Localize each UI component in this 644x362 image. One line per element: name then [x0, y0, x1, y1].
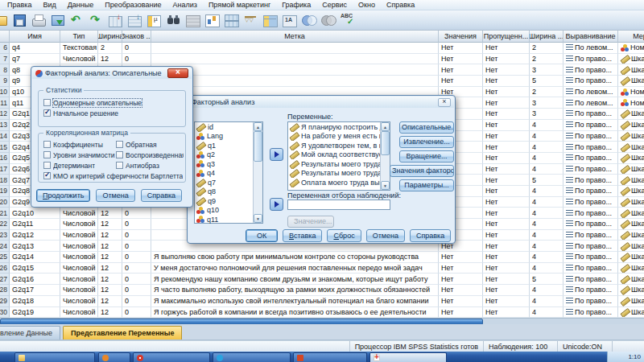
- bottom-button-4[interactable]: Справка: [410, 229, 451, 242]
- cell-missing[interactable]: Нет: [483, 175, 530, 186]
- list-item[interactable]: Оплата моего труда выш...: [288, 178, 390, 187]
- checkbox-option[interactable]: Антиобраз: [116, 160, 184, 171]
- cell-missing[interactable]: Нет: [483, 120, 530, 131]
- split-file-icon[interactable]: [223, 12, 240, 28]
- cell-alignment[interactable]: По право...: [564, 131, 618, 142]
- cell-columns[interactable]: 4: [530, 164, 564, 175]
- cell-alignment[interactable]: По право...: [564, 54, 618, 65]
- all-variables-icon[interactable]: [320, 12, 336, 28]
- cell-alignment[interactable]: По левом...: [564, 87, 618, 98]
- cell-missing[interactable]: Нет: [483, 131, 530, 142]
- cell-measure[interactable]: Шкала: [618, 131, 644, 142]
- cell-alignment[interactable]: По право...: [564, 208, 618, 219]
- cell-type[interactable]: Числовой: [60, 307, 98, 319]
- cell-missing[interactable]: Нет: [483, 307, 530, 319]
- cell-alignment[interactable]: По право...: [564, 120, 618, 131]
- cell-width[interactable]: 12: [98, 54, 122, 65]
- cell-alignment[interactable]: По левом...: [564, 43, 618, 54]
- cell-measure[interactable]: Шкала: [618, 186, 644, 197]
- cell-columns[interactable]: 4: [530, 241, 564, 252]
- bottom-button-2[interactable]: Сброс: [327, 229, 361, 242]
- cell-values[interactable]: Нет: [439, 296, 483, 307]
- cell-missing[interactable]: Нет: [483, 43, 530, 54]
- cell-alignment[interactable]: По право...: [564, 175, 618, 186]
- cell-measure[interactable]: Шкала: [618, 208, 644, 219]
- cell-width[interactable]: 2: [98, 43, 122, 54]
- cell-measure[interactable]: Шкала: [618, 64, 644, 76]
- checkbox-option[interactable]: Одномерные описательные: [43, 97, 185, 108]
- menu-item-9[interactable]: Справка: [381, 0, 420, 10]
- scrollbar-thumb[interactable]: [254, 131, 262, 162]
- cell-label[interactable]: [151, 54, 439, 65]
- menu-item-4[interactable]: Анализ: [167, 0, 203, 10]
- cell-measure[interactable]: Шкала: [618, 175, 644, 186]
- cell-missing[interactable]: Нет: [483, 153, 530, 164]
- cell-alignment[interactable]: По право...: [564, 285, 618, 296]
- cell-width[interactable]: 12: [98, 296, 122, 307]
- cell-measure[interactable]: Шкала: [618, 164, 644, 175]
- cell-name[interactable]: G2q11: [10, 219, 60, 230]
- cell-name[interactable]: G2q15: [10, 263, 60, 274]
- taskbar-button-orange-app-icon[interactable]: [98, 352, 130, 362]
- checkbox-option[interactable]: Уровни значимости: [43, 150, 116, 160]
- variables-icon[interactable]: [146, 12, 163, 28]
- cell-missing[interactable]: Нет: [483, 97, 530, 109]
- bottom-button-3[interactable]: Отмена: [366, 229, 405, 242]
- scroll-up-icon[interactable]: ▲: [381, 122, 390, 131]
- cell-label[interactable]: Я горжусь работой в компании и всегда по…: [151, 307, 439, 319]
- list-item[interactable]: На работе у меня есть в...: [288, 132, 390, 142]
- cell-label[interactable]: Я часто выполняю работу, выходящую за ра…: [151, 285, 439, 296]
- cell-alignment[interactable]: По право...: [564, 263, 618, 274]
- cell-missing[interactable]: Нет: [483, 64, 530, 76]
- cell-columns[interactable]: 4: [530, 285, 564, 296]
- cell-width[interactable]: 12: [98, 241, 122, 252]
- cell-type[interactable]: Числовой: [60, 54, 98, 65]
- taskbar-button-red-plus-app-icon[interactable]: [369, 352, 447, 362]
- cell-columns[interactable]: 5: [530, 175, 564, 186]
- cell-width[interactable]: 12: [98, 263, 122, 274]
- menu-item-5[interactable]: Прямой маркетинг: [203, 0, 276, 10]
- cell-missing[interactable]: Нет: [483, 219, 530, 230]
- cell-columns[interactable]: 4: [530, 307, 564, 319]
- cell-name[interactable]: G2q13: [10, 241, 60, 252]
- menu-item-0[interactable]: Правка: [2, 0, 37, 10]
- cell-missing[interactable]: Нет: [483, 230, 530, 241]
- cell-name[interactable]: q4: [10, 43, 60, 54]
- cell-missing[interactable]: Нет: [483, 164, 530, 175]
- cell-columns[interactable]: 3: [530, 109, 564, 120]
- tab-data-view[interactable]: Представление Данные: [0, 326, 60, 339]
- cell-label[interactable]: Я максимально использую свой интеллектуа…: [151, 296, 439, 307]
- taskbar-button-orange-red-app-icon[interactable]: [293, 352, 367, 362]
- redo-icon[interactable]: [88, 12, 105, 28]
- menu-item-2[interactable]: Данные: [62, 0, 100, 10]
- cell-alignment[interactable]: По право...: [564, 109, 618, 120]
- scroll-up-icon[interactable]: ▲: [254, 122, 262, 131]
- cell-measure[interactable]: Шкала: [618, 54, 644, 65]
- checkbox-option[interactable]: Обратная: [116, 139, 184, 150]
- cell-name[interactable]: G2q17: [10, 285, 60, 296]
- cell-measure[interactable]: Шкала: [618, 241, 644, 252]
- cell-values[interactable]: Нет: [439, 76, 483, 87]
- goto-case-icon[interactable]: [107, 12, 124, 28]
- cell-width[interactable]: 12: [98, 219, 122, 230]
- dialog-title-bar[interactable]: Факторный анализ: Описательные: [32, 68, 192, 79]
- cell-measure[interactable]: Шкала: [618, 109, 644, 120]
- scroll-down-icon[interactable]: ▼: [381, 181, 390, 190]
- cell-columns[interactable]: 4: [530, 142, 564, 153]
- selection-variable-input[interactable]: [287, 200, 390, 210]
- cell-width[interactable]: 12: [98, 285, 122, 296]
- taskbar-button-folder-icon[interactable]: [14, 352, 95, 362]
- cell-width[interactable]: 12: [98, 208, 122, 219]
- cell-decimals[interactable]: 0: [122, 43, 151, 54]
- cell-alignment[interactable]: По право...: [564, 197, 618, 208]
- cell-type[interactable]: Числовой: [60, 241, 98, 252]
- variables-list-scrollbar[interactable]: ▲ ▼: [380, 122, 390, 190]
- menu-item-1[interactable]: Вид: [37, 0, 61, 10]
- find-icon[interactable]: [165, 12, 182, 28]
- cell-name[interactable]: G2q18: [10, 296, 60, 307]
- cell-missing[interactable]: Нет: [483, 87, 530, 98]
- list-item[interactable]: Я планирую построить д...: [288, 122, 390, 132]
- cell-columns[interactable]: 2: [530, 54, 564, 65]
- cell-missing[interactable]: Нет: [483, 285, 530, 296]
- list-item[interactable]: Результаты моего труда ...: [288, 169, 390, 179]
